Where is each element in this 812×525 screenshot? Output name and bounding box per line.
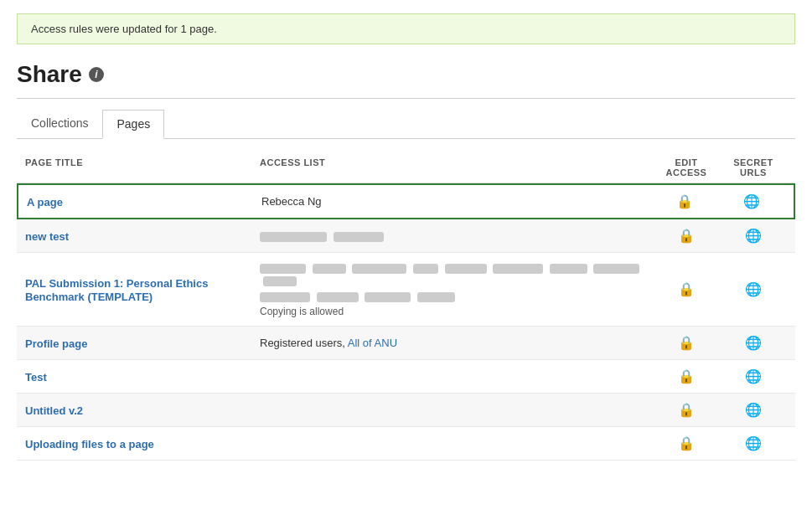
table-row: Profile page Registered users, All of AN… — [17, 327, 795, 360]
copying-allowed-text: Copying is allowed — [260, 306, 653, 317]
row-edit-newtest[interactable]: 🔒 — [653, 228, 720, 244]
blurred-text — [260, 292, 310, 302]
tabs: Collections Pages — [17, 109, 795, 138]
blurred-text — [334, 232, 384, 242]
globe-icon[interactable]: 🌐 — [745, 402, 762, 418]
col-header-title: PAGE TITLE — [25, 157, 260, 178]
table-row: Uploading files to a page 🔒 🌐 — [17, 427, 795, 461]
lock-icon[interactable]: 🔒 — [678, 335, 695, 351]
globe-icon[interactable]: 🌐 — [745, 335, 762, 351]
row-link-newtest[interactable]: new test — [25, 230, 69, 243]
row-secret-newtest[interactable]: 🌐 — [720, 228, 787, 244]
row-secret-untitled[interactable]: 🌐 — [720, 402, 787, 418]
globe-icon[interactable]: 🌐 — [745, 228, 762, 244]
row-edit-profile[interactable]: 🔒 — [653, 335, 720, 351]
row-access-apage: Rebecca Ng — [261, 195, 651, 208]
col-header-edit: EDITACCESS — [653, 157, 720, 178]
row-edit-uploading[interactable]: 🔒 — [653, 435, 720, 451]
row-edit-untitled[interactable]: 🔒 — [653, 402, 720, 418]
blurred-text — [593, 264, 639, 274]
all-of-anu-link[interactable]: All of ANU — [348, 337, 397, 349]
row-secret-test[interactable]: 🌐 — [720, 368, 787, 384]
tab-pages[interactable]: Pages — [102, 110, 164, 139]
blurred-text — [365, 292, 411, 302]
blurred-text — [260, 232, 327, 242]
row-edit-pal[interactable]: 🔒 — [653, 281, 720, 297]
lock-icon[interactable]: 🔒 — [678, 402, 695, 418]
table-headers: PAGE TITLE ACCESS LIST EDITACCESS SECRET… — [17, 152, 795, 183]
row-secret-pal[interactable]: 🌐 — [720, 281, 787, 297]
row-access-pal: Copying is allowed — [260, 261, 653, 317]
table-row: A page Rebecca Ng 🔒 🌐 — [17, 183, 795, 219]
blurred-text — [550, 264, 587, 274]
blurred-text — [413, 264, 438, 274]
blurred-text — [317, 292, 359, 302]
row-secret-apage[interactable]: 🌐 — [718, 193, 785, 209]
table-row: new test 🔒 🌐 — [17, 219, 795, 253]
alert-message: Access rules were updated for 1 page. — [31, 23, 217, 35]
row-access-profile: Registered users, All of ANU — [260, 337, 653, 349]
blurred-text — [445, 264, 487, 274]
row-access-newtest — [260, 229, 653, 242]
row-edit-apage[interactable]: 🔒 — [651, 193, 718, 209]
globe-icon[interactable]: 🌐 — [743, 193, 760, 209]
title-divider — [17, 98, 795, 99]
blurred-text — [260, 264, 306, 274]
row-edit-test[interactable]: 🔒 — [653, 368, 720, 384]
col-header-secret: SECRETURLS — [720, 157, 787, 178]
row-title-apge[interactable]: A page — [27, 195, 261, 208]
globe-icon[interactable]: 🌐 — [745, 435, 762, 451]
lock-icon[interactable]: 🔒 — [678, 281, 695, 297]
blurred-text — [263, 276, 297, 286]
row-secret-uploading[interactable]: 🌐 — [720, 435, 787, 451]
table-row: Untitled v.2 🔒 🌐 — [17, 394, 795, 427]
lock-icon[interactable]: 🔒 — [676, 193, 693, 209]
row-link-test[interactable]: Test — [25, 371, 47, 383]
row-secret-profile[interactable]: 🌐 — [720, 335, 787, 351]
row-link-pal[interactable]: PAL Submission 1: Personal Ethics Benchm… — [25, 277, 208, 303]
globe-icon[interactable]: 🌐 — [745, 281, 762, 297]
row-link-uploading[interactable]: Uploading files to a page — [25, 438, 154, 450]
page-title-section: Share i — [17, 61, 795, 88]
blurred-text — [313, 264, 346, 274]
table-container: PAGE TITLE ACCESS LIST EDITACCESS SECRET… — [17, 152, 795, 461]
globe-icon[interactable]: 🌐 — [745, 368, 762, 384]
table-row: Test 🔒 🌐 — [17, 360, 795, 394]
tab-collections[interactable]: Collections — [17, 109, 102, 138]
blurred-text — [493, 264, 543, 274]
blurred-text — [352, 264, 406, 274]
info-icon[interactable]: i — [89, 67, 104, 82]
lock-icon[interactable]: 🔒 — [678, 368, 695, 384]
row-link-untitled[interactable]: Untitled v.2 — [25, 404, 83, 417]
lock-icon[interactable]: 🔒 — [678, 435, 695, 451]
col-header-access: ACCESS LIST — [260, 157, 653, 178]
table-row: PAL Submission 1: Personal Ethics Benchm… — [17, 253, 795, 327]
row-link-apage[interactable]: A page — [27, 196, 63, 208]
page-title: Share — [17, 61, 82, 88]
lock-icon[interactable]: 🔒 — [678, 228, 695, 244]
row-link-profile[interactable]: Profile page — [25, 337, 87, 350]
blurred-text — [417, 292, 455, 302]
alert-box: Access rules were updated for 1 page. — [17, 13, 795, 44]
